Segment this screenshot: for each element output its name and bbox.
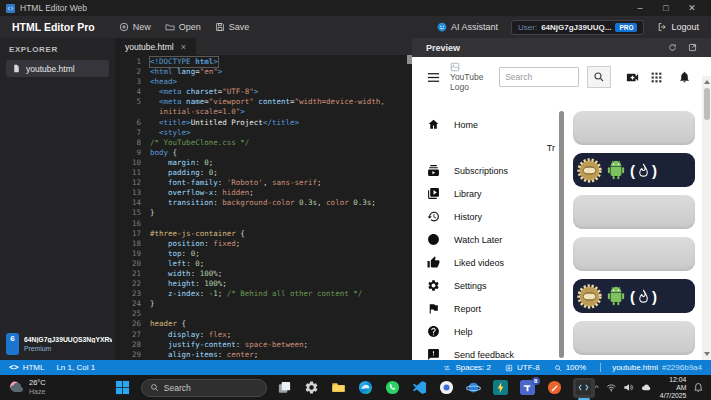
code-line[interactable]: 29 align-items: center;: [115, 350, 406, 360]
scroll-down-icon[interactable]: [704, 352, 710, 356]
search-input[interactable]: [499, 67, 579, 87]
cloud-status-icon[interactable]: [641, 382, 652, 393]
menu-hamburger-icon[interactable]: [426, 70, 441, 85]
code-line[interactable]: 20 left: 0;: [115, 259, 406, 269]
code-line[interactable]: 2<html lang="en">: [115, 67, 406, 77]
video-thumbnail-emoji[interactable]: (): [573, 279, 695, 313]
open-button[interactable]: Open: [165, 22, 201, 32]
code-line[interactable]: initial-scale=1.0">: [115, 107, 406, 117]
vscode-icon[interactable]: [411, 379, 429, 397]
zoom-level[interactable]: 100%: [554, 363, 586, 372]
notifications-bell-icon[interactable]: [678, 70, 691, 84]
preview-scrollbar[interactable]: [702, 76, 711, 360]
sidebar-item-help[interactable]: Help: [412, 320, 564, 343]
sidebar-item-settings[interactable]: Settings: [412, 274, 564, 297]
code-line[interactable]: 5 <meta name="viewport" content="width=d…: [115, 97, 406, 107]
apps-grid-icon[interactable]: [650, 71, 663, 84]
preview-scrollbar-thumb[interactable]: [704, 88, 710, 120]
code-line[interactable]: 13 overflow-x: hidden;: [115, 188, 406, 198]
code-line[interactable]: 28 justify-content: space-between;: [115, 340, 406, 350]
clock-widget[interactable]: 12:04 AM 4/7/2025: [659, 376, 687, 400]
save-button[interactable]: Save: [215, 22, 250, 32]
speaker-icon[interactable]: [623, 382, 634, 393]
sidebar-item-history[interactable]: History: [412, 205, 564, 228]
active-file-indicator[interactable]: youtube.html #2296b9a4: [600, 363, 702, 372]
copilot-app-icon[interactable]: [438, 379, 456, 397]
task-view-icon[interactable]: [276, 379, 294, 397]
code-line[interactable]: 24}: [115, 299, 406, 309]
code-line[interactable]: 12 font-family: 'Roboto', sans-serif;: [115, 178, 406, 188]
taskbar-search-box[interactable]: Search: [141, 379, 267, 397]
maximize-icon[interactable]: □: [653, 0, 679, 16]
tab-youtube-html[interactable]: youtube.html ×: [115, 38, 196, 55]
html-editor-taskbar-icon[interactable]: [573, 378, 595, 398]
sidebar-item-send-feedback[interactable]: Send feedback: [412, 343, 564, 360]
code-line[interactable]: 16: [115, 219, 406, 229]
code-lines[interactable]: 1<!DOCTYPE html>2<html lang="en">3<head>…: [115, 55, 406, 360]
settings-gear-icon[interactable]: [303, 379, 321, 397]
dev-tool-icon[interactable]: [492, 379, 510, 397]
video-thumbnail-placeholder[interactable]: [573, 237, 695, 271]
code-line[interactable]: 18 position: fixed;: [115, 239, 406, 249]
language-mode[interactable]: <> HTML: [9, 363, 44, 372]
sidebar-item-report[interactable]: Report: [412, 297, 564, 320]
sidebar-item-home[interactable]: Home: [412, 113, 564, 136]
code-line[interactable]: 9body {: [115, 148, 406, 158]
wifi-icon[interactable]: [606, 382, 617, 393]
planet-app-icon[interactable]: [465, 379, 483, 397]
code-line[interactable]: 10 margin: 0;: [115, 158, 406, 168]
code-line[interactable]: 27 display: flex;: [115, 330, 406, 340]
video-thumbnail-placeholder[interactable]: [573, 111, 695, 145]
code-line[interactable]: 19 top: 0;: [115, 249, 406, 259]
scroll-up-icon[interactable]: [704, 80, 710, 84]
refresh-icon[interactable]: [668, 43, 677, 52]
user-account-pill[interactable]: User: 64NjG7gJ39UUQ... PRO: [511, 20, 644, 35]
windows-start-button[interactable]: [114, 379, 132, 397]
opera-pencil-app-icon[interactable]: [546, 379, 564, 397]
cursor-position[interactable]: Ln 1, Col 1: [56, 363, 95, 372]
create-video-button[interactable]: [624, 70, 641, 85]
whatsapp-icon[interactable]: [384, 379, 402, 397]
code-line[interactable]: 23 z-index: -1; /* Behind all other cont…: [115, 289, 406, 299]
code-line[interactable]: 8/* YouTubeClone.css */: [115, 138, 406, 148]
code-line[interactable]: 11 padding: 0;: [115, 168, 406, 178]
code-line[interactable]: 17#three-js-container {: [115, 229, 406, 239]
search-button[interactable]: [587, 66, 611, 88]
video-thumbnail-emoji[interactable]: (): [573, 153, 695, 187]
code-line[interactable]: 25: [115, 309, 406, 319]
minimize-icon[interactable]: –: [627, 0, 653, 16]
taskbar-weather-widget[interactable]: 26°C Haze: [0, 379, 114, 396]
tray-expand-icon[interactable]: ^: [595, 383, 599, 392]
sidebar-item-trending-clipped[interactable]: Tr: [412, 136, 564, 159]
new-button[interactable]: New: [119, 22, 151, 32]
ai-assistant-button[interactable]: AI Assistant: [437, 22, 498, 32]
code-line[interactable]: 21 width: 100%;: [115, 269, 406, 279]
explorer-user-card[interactable]: 6 64NjG7gJ39UUQS3NgYXRvDjg Premium: [6, 333, 112, 355]
edge-browser-icon[interactable]: [357, 379, 375, 397]
teams-icon[interactable]: 8: [519, 379, 537, 397]
tab-close-icon[interactable]: ×: [181, 42, 186, 52]
sidebar-item-library[interactable]: Library: [412, 182, 564, 205]
code-line[interactable]: 6 <title>Untitled Project</title>: [115, 118, 406, 128]
notifications-icon[interactable]: [693, 382, 704, 393]
code-line[interactable]: 7 <style>: [115, 128, 406, 138]
code-line[interactable]: 22 height: 100%;: [115, 279, 406, 289]
video-thumbnail-placeholder[interactable]: [573, 321, 695, 355]
sidebar-item-subscriptions[interactable]: Subscriptions: [412, 159, 564, 182]
indentation-setting[interactable]: Spaces: 2: [443, 363, 491, 372]
explorer-file-youtube-html[interactable]: youtube.html: [6, 60, 109, 77]
yt-sidebar-scrollbar[interactable]: [559, 111, 564, 358]
code-line[interactable]: 26header {: [115, 319, 406, 329]
code-line[interactable]: 4 <meta charset="UTF-8">: [115, 87, 406, 97]
encoding-setting[interactable]: UTF-8: [505, 363, 540, 372]
video-thumbnail-placeholder[interactable]: [573, 195, 695, 229]
code-line[interactable]: 14 transition: background-color 0.3s, co…: [115, 198, 406, 208]
code-line[interactable]: 15}: [115, 208, 406, 218]
code-line[interactable]: 3<head>: [115, 77, 406, 87]
sidebar-item-liked-videos[interactable]: Liked videos: [412, 251, 564, 274]
open-external-icon[interactable]: [688, 43, 697, 52]
close-icon[interactable]: ✕: [679, 0, 705, 16]
sidebar-item-watch-later[interactable]: Watch Later: [412, 228, 564, 251]
file-explorer-icon[interactable]: [330, 379, 348, 397]
code-line[interactable]: 1<!DOCTYPE html>: [115, 57, 406, 67]
